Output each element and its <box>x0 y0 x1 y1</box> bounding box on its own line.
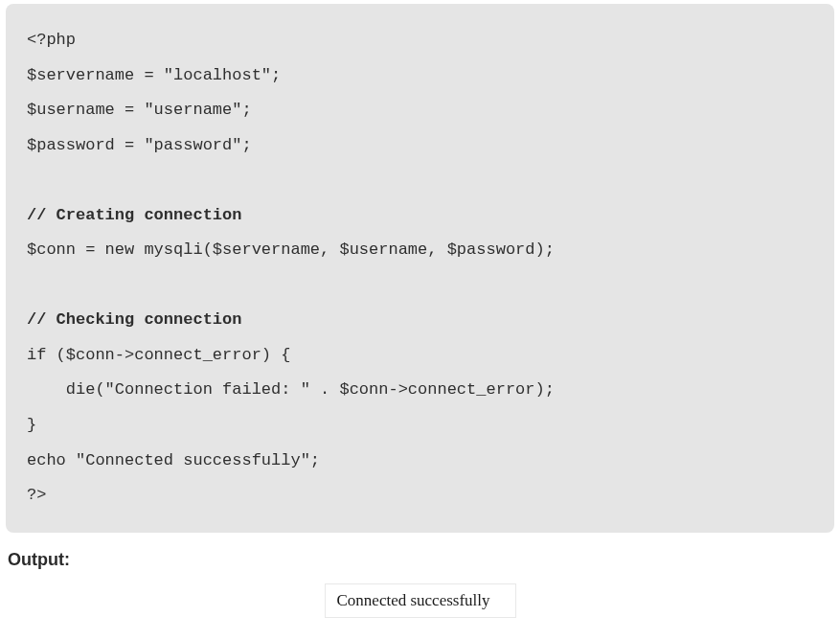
output-label: Output: <box>8 550 840 570</box>
code-line: $conn = new mysqli($servername, $usernam… <box>27 233 813 268</box>
code-line <box>27 163 813 198</box>
code-line: } <box>27 408 813 444</box>
code-line: echo "Connected successfully"; <box>27 444 813 479</box>
output-result-box: Connected successfully <box>325 583 516 618</box>
code-line: <?php <box>27 23 813 58</box>
code-line: $password = "password"; <box>27 128 813 164</box>
code-line: if ($conn->connect_error) { <box>27 338 813 374</box>
code-line: $servername = "localhost"; <box>27 58 813 94</box>
code-line: // Checking connection <box>27 303 813 338</box>
code-line: // Creating connection <box>27 198 813 234</box>
code-line: ?> <box>27 478 813 514</box>
code-line <box>27 268 813 304</box>
code-line: die("Connection failed: " . $conn->conne… <box>27 373 813 408</box>
code-line: $username = "username"; <box>27 93 813 128</box>
code-block: <?php$servername = "localhost";$username… <box>6 4 834 533</box>
